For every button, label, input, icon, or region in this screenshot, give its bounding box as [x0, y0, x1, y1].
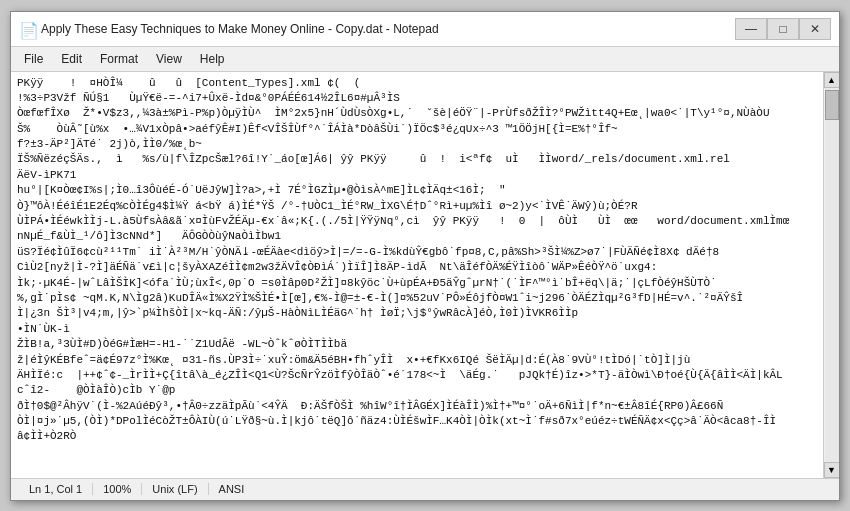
app-icon: 📄	[19, 21, 35, 37]
title-bar: 📄 Apply These Easy Techniques to Make Mo…	[11, 12, 839, 47]
scroll-track	[825, 88, 839, 462]
content-area: PKÿÿ ! ¤HÒÎ¼ û û [Content_Types].xml ¢( …	[11, 72, 839, 478]
menu-format[interactable]: Format	[91, 49, 147, 69]
text-editor[interactable]: PKÿÿ ! ¤HÒÎ¼ û û [Content_Types].xml ¢( …	[11, 72, 823, 478]
scroll-down-button[interactable]: ▼	[824, 462, 840, 478]
encoding: ANSI	[209, 483, 255, 495]
menu-help[interactable]: Help	[191, 49, 234, 69]
window-title: Apply These Easy Techniques to Make Mone…	[41, 22, 439, 36]
menu-edit[interactable]: Edit	[52, 49, 91, 69]
title-left: 📄 Apply These Easy Techniques to Make Mo…	[19, 21, 439, 37]
line-ending: Unix (LF)	[142, 483, 208, 495]
status-bar: Ln 1, Col 1 100% Unix (LF) ANSI	[11, 478, 839, 500]
vertical-scrollbar[interactable]: ▲ ▼	[823, 72, 839, 478]
minimize-button[interactable]: —	[735, 18, 767, 40]
zoom-level: 100%	[93, 483, 142, 495]
scroll-thumb[interactable]	[825, 90, 839, 120]
cursor-position: Ln 1, Col 1	[19, 483, 93, 495]
menu-bar: File Edit Format View Help	[11, 47, 839, 72]
menu-view[interactable]: View	[147, 49, 191, 69]
notepad-window: 📄 Apply These Easy Techniques to Make Mo…	[10, 11, 840, 501]
menu-file[interactable]: File	[15, 49, 52, 69]
maximize-button[interactable]: □	[767, 18, 799, 40]
title-controls: — □ ✕	[735, 18, 831, 40]
close-button[interactable]: ✕	[799, 18, 831, 40]
scroll-up-button[interactable]: ▲	[824, 72, 840, 88]
